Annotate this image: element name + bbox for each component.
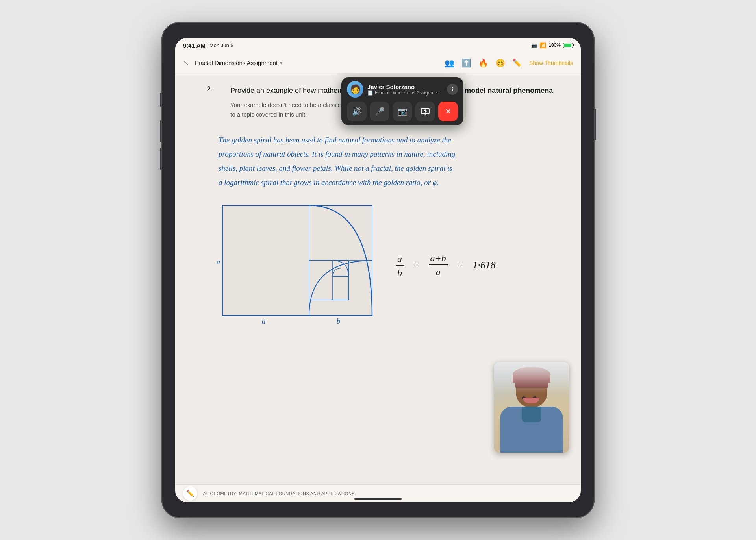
facetime-header: 🧑 Javier Solorzano 📄 Fractal Dimensions … bbox=[347, 81, 458, 98]
flame-icon[interactable]: 🔥 bbox=[478, 58, 488, 68]
jacket bbox=[500, 407, 563, 453]
doc-series-label: AL GEOMETRY: MATHEMATICAL FOUNDATIONS AN… bbox=[203, 491, 355, 496]
status-icons: 📷 📶 100% bbox=[531, 42, 573, 48]
facetime-info-button[interactable]: ℹ bbox=[447, 84, 458, 95]
wifi-icon: 📶 bbox=[539, 42, 546, 48]
status-date: Mon Jun 5 bbox=[209, 43, 233, 48]
facetime-popup: 🧑 Javier Solorzano 📄 Fractal Dimensions … bbox=[341, 77, 463, 125]
toolbar-left: ⤡ Fractal Dimensions Assignment ▾ bbox=[183, 59, 282, 67]
home-indicator[interactable] bbox=[354, 498, 402, 500]
equals-sign-2: = bbox=[457, 259, 464, 271]
question-number: 2. bbox=[207, 85, 219, 96]
collar-shirt bbox=[522, 407, 541, 422]
pencil-tool[interactable]: ✏️ bbox=[183, 486, 197, 501]
golden-ratio-value: 1·618 bbox=[472, 259, 496, 271]
diagram-area: a a b a b bbox=[215, 202, 549, 329]
pencil-icon: ✏️ bbox=[186, 490, 194, 497]
ipad-device: 9:41 AM Mon Jun 5 📷 📶 100% ⤡ Fractal Dim… bbox=[161, 22, 595, 518]
end-call-button[interactable]: ✕ bbox=[438, 102, 458, 121]
caller-avatar: 🧑 bbox=[347, 81, 363, 98]
content-area: 2. Provide an example of how mathematics… bbox=[175, 73, 581, 484]
toolbar: ⤡ Fractal Dimensions Assignment ▾ 👥 ⬆️ 🔥… bbox=[175, 53, 581, 73]
golden-spiral-diagram: a a b bbox=[215, 202, 380, 327]
volume-down-button[interactable] bbox=[160, 148, 161, 170]
microphone-button[interactable]: 🎤 bbox=[370, 102, 389, 121]
caller-info: Javier Solorzano 📄 Fractal Dimensions As… bbox=[367, 83, 443, 96]
camera-active-icon: 📷 bbox=[531, 43, 537, 48]
facetime-overlay: 🧑 Javier Solorzano 📄 Fractal Dimensions … bbox=[341, 77, 463, 125]
mute-button[interactable] bbox=[160, 93, 161, 107]
power-button[interactable] bbox=[595, 109, 596, 140]
emoji-icon[interactable]: 😊 bbox=[495, 58, 505, 68]
battery-percent: 100% bbox=[548, 43, 561, 48]
collapse-icon[interactable]: ⤡ bbox=[183, 59, 189, 67]
svg-text:a: a bbox=[262, 317, 265, 325]
battery-icon bbox=[563, 43, 573, 48]
caller-doc: 📄 Fractal Dimensions Assignme... bbox=[367, 90, 443, 96]
fraction-ab: a b bbox=[396, 254, 404, 278]
doc-title-label: Fractal Dimensions Assignment bbox=[195, 59, 278, 66]
equals-sign-1: = bbox=[413, 259, 420, 271]
volume-up-button[interactable] bbox=[160, 120, 161, 142]
status-bar: 9:41 AM Mon Jun 5 📷 📶 100% bbox=[175, 38, 581, 53]
fraction-aplusb-a: a+b a bbox=[429, 253, 448, 277]
svg-text:b: b bbox=[337, 317, 340, 325]
caller-name: Javier Solorzano bbox=[367, 83, 443, 90]
facetime-controls: 🔊 🎤 📷 ✕ bbox=[347, 102, 458, 121]
doc-icon: 📄 bbox=[367, 90, 373, 96]
speaker-button[interactable]: 🔊 bbox=[347, 102, 367, 121]
handwritten-text: The golden spiral has been used to find … bbox=[211, 129, 553, 194]
caller-doc-text: Fractal Dimensions Assignme... bbox=[375, 90, 441, 96]
screen-share-button[interactable] bbox=[415, 102, 435, 121]
toolbar-right: 👥 ⬆️ 🔥 😊 ✏️ Show Thumbnails bbox=[445, 58, 573, 68]
svg-text:a: a bbox=[217, 258, 220, 266]
camera-preview bbox=[494, 362, 569, 453]
ipad-screen: 9:41 AM Mon Jun 5 📷 📶 100% ⤡ Fractal Dim… bbox=[175, 38, 581, 502]
camera-button[interactable]: 📷 bbox=[393, 102, 412, 121]
golden-spiral-container: a a b bbox=[215, 202, 380, 329]
edit-icon[interactable]: ✏️ bbox=[512, 58, 522, 68]
collab-icon[interactable]: 👥 bbox=[445, 58, 454, 68]
smile bbox=[523, 398, 539, 403]
status-time: 9:41 AM bbox=[183, 42, 206, 49]
formula-area: a b = a+b a = 1·618 bbox=[396, 252, 549, 278]
show-thumbnails-button[interactable]: Show Thumbnails bbox=[529, 60, 573, 66]
share-icon[interactable]: ⬆️ bbox=[461, 58, 471, 68]
doc-title-button[interactable]: Fractal Dimensions Assignment ▾ bbox=[195, 59, 282, 66]
battery-fill bbox=[564, 44, 571, 47]
camera-feed bbox=[494, 362, 569, 453]
formula-lhs: a b bbox=[396, 252, 404, 278]
room-background bbox=[494, 362, 569, 394]
chevron-down-icon: ▾ bbox=[280, 60, 282, 66]
